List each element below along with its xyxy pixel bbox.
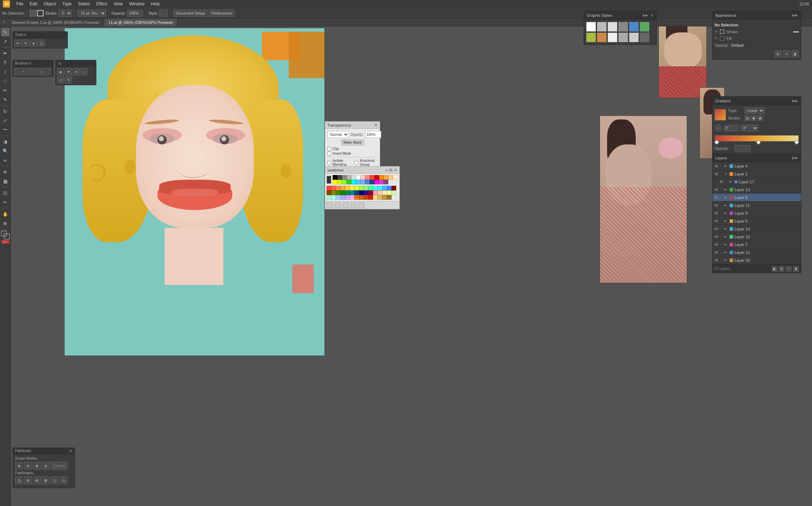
gs-swatch-8[interactable] <box>597 32 607 42</box>
sw-g4[interactable] <box>387 195 392 200</box>
sw-s13[interactable] <box>382 186 387 190</box>
pathfinder-close-btn[interactable]: ✕ <box>69 449 72 454</box>
sw-pink-light[interactable] <box>360 175 365 180</box>
appearance-expand-btn[interactable]: ▶▶ <box>792 13 798 17</box>
layer-13-vis[interactable] <box>715 188 718 191</box>
menu-file[interactable]: File <box>14 1 26 7</box>
opacity-input[interactable] <box>127 10 143 17</box>
swatches-menu-btn[interactable]: ≡ <box>350 203 357 208</box>
layer-10-vis[interactable] <box>715 235 718 238</box>
merge-btn[interactable]: ⊞ <box>33 476 41 484</box>
mini-panel-header[interactable]: ✕ <box>56 60 96 67</box>
layer-row-7[interactable]: ▶ Layer 7 <box>712 241 801 249</box>
sw-l10[interactable] <box>345 195 350 200</box>
sw-l11[interactable] <box>350 195 354 200</box>
blend-tool[interactable]: ∞ <box>1 156 10 164</box>
gradient-header[interactable]: Gradient ▶▶ <box>712 97 801 105</box>
brush-item-2[interactable]: ⌇ <box>33 68 51 75</box>
mini-tool-2[interactable]: ✦ <box>65 68 72 75</box>
layer-7-lock[interactable] <box>720 243 723 246</box>
transparency-arrow[interactable]: ▶ <box>383 132 385 137</box>
sw-s11[interactable] <box>373 186 378 190</box>
appearance-header[interactable]: Appearance ▶▶ <box>712 11 801 20</box>
sw-purple[interactable] <box>384 180 388 184</box>
layer-row-13[interactable]: ▶ Layer 13 <box>712 186 801 194</box>
gs-swatch-10[interactable] <box>618 32 628 42</box>
delete-layer-btn[interactable]: 🗑 <box>793 266 799 272</box>
brush-panel-close[interactable]: ✕ <box>28 61 32 66</box>
direct-selection-tool[interactable]: ↗ <box>1 37 10 46</box>
gs-stroke-1[interactable]: ▨ <box>745 115 750 121</box>
artboard-tool[interactable]: ⊡ <box>1 189 10 197</box>
gradient-tool[interactable]: ◑ <box>1 137 10 146</box>
layer-row-20[interactable]: ▶ Layer 20 <box>712 256 801 264</box>
tab-deseret[interactable]: Deseret Empire 2.ai @ 100% (RGB/GPU Prev… <box>7 19 104 26</box>
sw-black[interactable] <box>333 175 337 180</box>
sw-d3[interactable] <box>331 190 336 195</box>
knockout-group-checkbox[interactable] <box>354 161 358 165</box>
sw-d11[interactable] <box>368 190 373 195</box>
menu-type[interactable]: Type <box>60 1 75 7</box>
tab-11ai[interactable]: 11.ai @ 100% (CMYK/GPU Preview) <box>104 19 178 26</box>
preferences-button[interactable]: Preferences <box>209 10 235 17</box>
layer-7-expand[interactable]: ▶ <box>725 243 728 246</box>
pencil-tool-mini[interactable]: ✎ <box>22 40 29 47</box>
rotate-tool[interactable]: ↻ <box>1 107 10 116</box>
style-preview[interactable] <box>159 10 168 17</box>
gradient-bar[interactable] <box>715 135 799 142</box>
sw-s6[interactable] <box>350 186 354 190</box>
sw-s3[interactable] <box>336 186 341 190</box>
hand-tool[interactable]: ✋ <box>1 210 10 218</box>
layer-14-lock[interactable] <box>720 227 723 231</box>
mini-tool-1[interactable]: ◈ <box>57 68 64 75</box>
layer-6-lock[interactable] <box>720 196 723 199</box>
stroke-color-preview[interactable] <box>37 10 44 16</box>
gradient-angle-input[interactable] <box>724 125 738 131</box>
stroke-size-select[interactable]: 15 pt. Ro... <box>77 10 106 17</box>
sw-s1[interactable] <box>327 186 331 190</box>
sw-white[interactable] <box>356 175 360 180</box>
sw-r4[interactable] <box>368 195 373 200</box>
sw-s9[interactable] <box>364 186 368 190</box>
blob-brush-mini[interactable]: ● <box>30 40 37 47</box>
slice-tool[interactable]: ✂ <box>1 198 10 206</box>
gradient-angle-select[interactable]: 0° <box>740 125 758 131</box>
gs-swatch-9[interactable] <box>607 32 617 42</box>
sw-s14[interactable] <box>387 186 392 190</box>
mini-panel-close[interactable]: ✕ <box>58 61 61 66</box>
menu-help[interactable]: Help <box>148 1 163 7</box>
graphic-styles-expand-btn[interactable]: ▶▶ <box>643 13 649 17</box>
swatches-header[interactable]: swatches ≡ ⊞ ✕ <box>325 167 399 174</box>
sw-d1[interactable] <box>392 186 396 190</box>
layer-7-vis[interactable] <box>715 243 718 246</box>
mini-tool-6[interactable]: ✎ <box>65 76 72 83</box>
layer-14-vis[interactable] <box>715 228 718 230</box>
layer-8-expand[interactable]: ▶ <box>725 211 728 215</box>
sw-orange-light[interactable] <box>384 175 388 180</box>
create-sublayer-btn[interactable]: ⊕ <box>779 266 785 272</box>
sw-g3[interactable] <box>382 195 387 200</box>
sw-red-light[interactable] <box>370 175 374 180</box>
menu-edit[interactable]: Edit <box>27 1 40 7</box>
crop-btn[interactable]: ⊠ <box>42 476 50 484</box>
gs-swatch-4[interactable] <box>618 22 628 32</box>
sw-r1[interactable] <box>354 195 359 200</box>
gs-swatch-6[interactable] <box>640 22 650 32</box>
sw-d2[interactable] <box>327 190 331 195</box>
sw-periwinkle[interactable] <box>360 180 365 184</box>
exclude-btn[interactable]: ⊘ <box>42 462 50 470</box>
layer-row-8[interactable]: ▶ Layer 8 <box>712 209 801 217</box>
sw-l9[interactable] <box>341 195 345 200</box>
swatches-swatch-opts-btn[interactable]: ⊞ <box>358 203 364 208</box>
sw-d7[interactable] <box>350 190 354 195</box>
gs-swatch-12[interactable] <box>640 32 650 42</box>
layer-row-10[interactable]: ▶ Layer 10 <box>712 233 801 241</box>
sw-cyan[interactable] <box>351 180 356 184</box>
make-mask-btn[interactable]: Make Mask <box>341 139 364 145</box>
sw-orange[interactable] <box>379 175 384 180</box>
sw-l2[interactable] <box>378 190 382 195</box>
layer-4-expand[interactable]: ▶ <box>725 164 728 168</box>
layer-20-expand[interactable]: ▶ <box>725 259 728 262</box>
layer-11-vis[interactable] <box>715 204 718 206</box>
sw-d9[interactable] <box>359 190 364 195</box>
